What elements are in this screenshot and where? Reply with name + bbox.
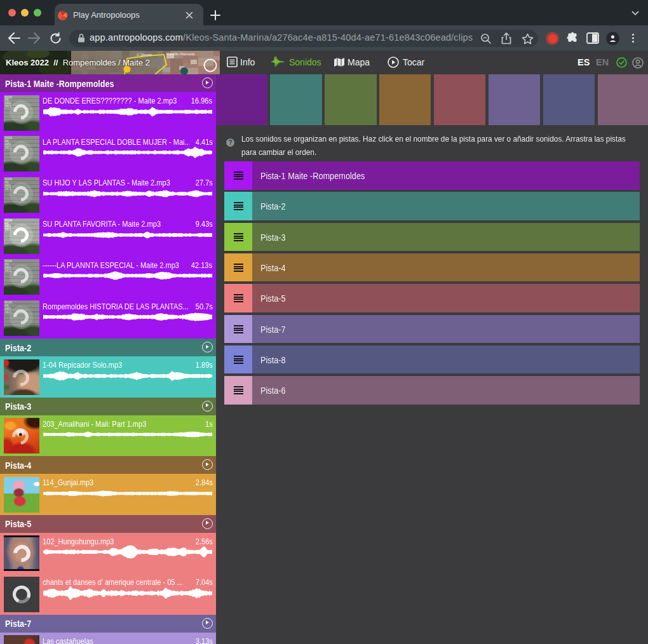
svg-text:Castillo Alameda: Castillo Alameda bbox=[166, 52, 195, 56]
svg-text:C.Vargas: C.Vargas bbox=[137, 53, 152, 57]
